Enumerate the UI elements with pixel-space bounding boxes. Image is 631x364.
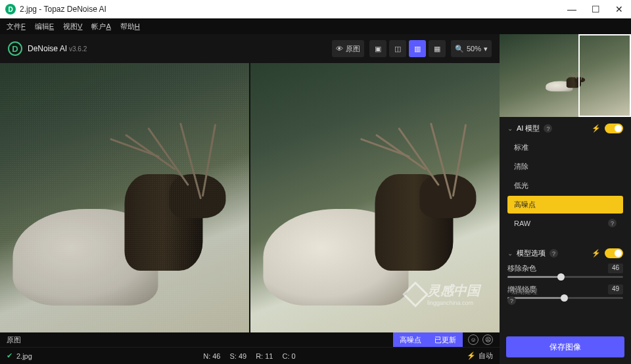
auto-label: 自动 <box>479 351 493 361</box>
grid-view-icon: ▦ <box>434 45 440 53</box>
eye-off-icon: 👁 <box>336 45 343 53</box>
current-file-label: 2.jpg <box>16 352 32 360</box>
window-titlebar: D 2.jpg - Topaz DeNoise AI — ☐ ✕ <box>0 0 631 18</box>
single-view-icon: ▣ <box>375 45 381 53</box>
menu-edit[interactable]: 编辑E <box>35 22 54 32</box>
stat-c: C: 0 <box>282 352 295 360</box>
ai-model-panel-header[interactable]: ⌄ AI 模型 ? ⚡ <box>507 124 623 133</box>
model-option-severe[interactable]: 高噪点 <box>507 196 623 214</box>
stat-n: N: 46 <box>203 352 220 360</box>
split-view-icon: ◫ <box>394 45 401 53</box>
model-option-standard[interactable]: 标准 <box>507 139 623 156</box>
chevron-right-icon: › <box>507 288 509 295</box>
help-icon[interactable]: ? <box>549 249 558 258</box>
menu-account[interactable]: 帐户A <box>91 22 110 32</box>
original-label: 原图 <box>7 335 21 345</box>
zoom-dropdown[interactable]: 🔍 50% ▾ <box>451 40 492 57</box>
model-option-clear[interactable]: 清除 <box>507 158 623 175</box>
chevron-down-icon: ⌄ <box>507 250 513 257</box>
remove-noise-slider[interactable] <box>507 276 623 278</box>
save-image-button[interactable]: 保存图像 <box>506 336 624 357</box>
bolt-icon: ⚡ <box>592 249 601 258</box>
navigator-thumbnail[interactable] <box>500 34 631 117</box>
close-button[interactable]: ✕ <box>613 4 626 14</box>
magnifier-icon: 🔍 <box>455 45 464 53</box>
view-split-button[interactable]: ◫ <box>389 40 406 57</box>
toggle-original-button[interactable]: 👁 原图 <box>332 40 364 57</box>
menu-bar: 文件F 编辑E 视图V 帐户A 帮助H <box>0 18 631 34</box>
sharpen-value: 49 <box>608 284 623 294</box>
chevron-down-icon: ▾ <box>484 45 488 53</box>
model-options-panel-header[interactable]: ⌄ 模型选项 ? ⚡ <box>507 248 623 258</box>
check-icon: ✔ <box>7 352 12 360</box>
preview-processed <box>250 63 500 332</box>
top-toolbar: D DeNoise AI v3.6.2 👁 原图 ▣ ◫ ▥ ▦ 🔍 50% ▾ <box>0 34 500 63</box>
help-icon[interactable]: ? <box>507 296 516 305</box>
preview-original <box>0 63 249 332</box>
remove-noise-value: 46 <box>608 263 623 273</box>
view-single-button[interactable]: ▣ <box>369 40 386 57</box>
smile-icon-button[interactable]: ☺ <box>468 334 479 345</box>
model-status-chip: 高噪点 已更新 <box>393 332 463 347</box>
postprocess-panel-header[interactable]: › 后期处理 ? <box>507 287 538 305</box>
navigator-viewport-box[interactable] <box>578 34 631 117</box>
stat-r: R: 11 <box>256 352 273 360</box>
chevron-down-icon: ⌄ <box>507 125 513 132</box>
view-grid-button[interactable]: ▦ <box>429 40 446 57</box>
menu-help[interactable]: 帮助H <box>120 22 140 32</box>
ai-model-auto-toggle[interactable] <box>605 124 623 133</box>
help-icon[interactable]: ? <box>544 124 552 133</box>
right-sidebar: ⌄ AI 模型 ? ⚡ 标准 清除 低光 高噪点 RAW? ⌄ 模型选项 ? <box>500 34 631 364</box>
app-version-label: v3.6.2 <box>69 45 87 53</box>
bolt-icon: ⚡ <box>467 352 476 360</box>
menu-file[interactable]: 文件F <box>7 22 26 32</box>
remove-noise-label: 移除杂色 <box>507 263 536 273</box>
maximize-button[interactable]: ☐ <box>589 4 602 14</box>
stat-s: S: 49 <box>229 352 246 360</box>
logo-icon: D <box>8 41 22 56</box>
view-sidebyside-button[interactable]: ▥ <box>409 40 426 57</box>
menu-view[interactable]: 视图V <box>63 22 82 32</box>
bolt-icon: ⚡ <box>592 124 601 133</box>
window-title: 2.jpg - Topaz DeNoise AI <box>20 5 565 14</box>
status-bar-upper: 原图 高噪点 已更新 ☺ ☹ <box>0 332 500 347</box>
help-icon[interactable]: ? <box>608 219 617 227</box>
side-by-side-icon: ▥ <box>414 45 421 53</box>
sad-icon-button[interactable]: ☹ <box>482 334 493 345</box>
model-option-lowlight[interactable]: 低光 <box>507 177 623 194</box>
app-name-label: DeNoise AI <box>28 44 67 53</box>
model-options-auto-toggle[interactable] <box>605 248 623 258</box>
minimize-button[interactable]: — <box>565 4 578 14</box>
model-option-raw[interactable]: RAW? <box>507 215 623 231</box>
app-icon: D <box>5 4 16 14</box>
status-bar-lower: ✔ 2.jpg N: 46 S: 49 R: 11 C: 0 ⚡ 自动 <box>0 347 500 364</box>
preview-area[interactable]: 灵感中国lingganchina.com <box>0 63 500 332</box>
